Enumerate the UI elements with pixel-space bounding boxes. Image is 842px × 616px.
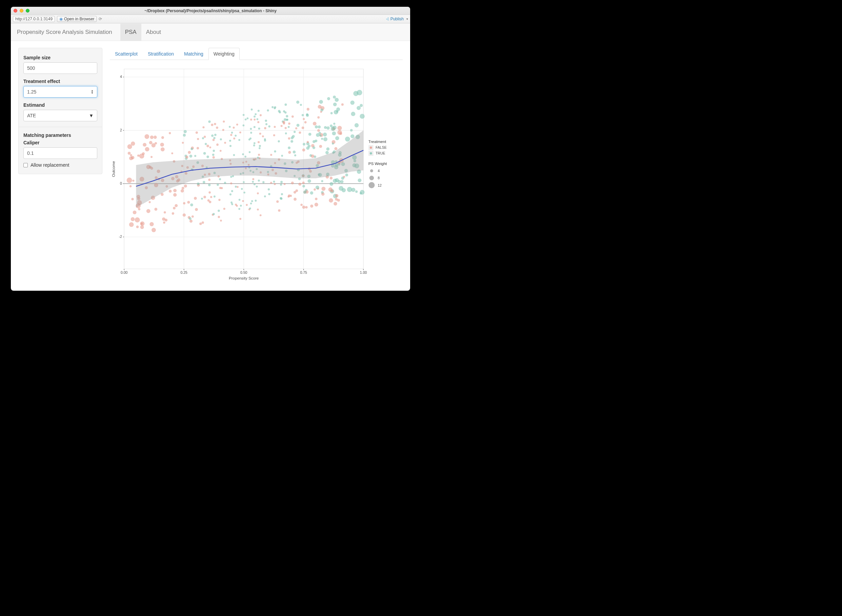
- svg-point-248: [358, 179, 361, 182]
- svg-point-486: [224, 182, 226, 184]
- svg-point-452: [351, 101, 354, 105]
- svg-point-479: [283, 122, 285, 124]
- svg-point-40: [257, 209, 259, 210]
- svg-point-412: [265, 120, 267, 122]
- tab-matching[interactable]: Matching: [179, 48, 209, 60]
- svg-point-301: [351, 135, 354, 138]
- svg-point-132: [129, 185, 132, 188]
- svg-point-275: [216, 144, 218, 146]
- svg-point-186: [147, 209, 150, 213]
- minimize-window-button[interactable]: [20, 9, 24, 13]
- svg-point-122: [250, 128, 252, 130]
- svg-point-271: [201, 198, 203, 199]
- navbar: Propensity Score Analysis Simulation PSA…: [11, 23, 410, 41]
- svg-point-476: [283, 110, 285, 113]
- publish-button[interactable]: ◦⃝ Publish ▾: [386, 17, 408, 21]
- tab-stratification[interactable]: Stratification: [143, 48, 179, 60]
- tab-scatterplot[interactable]: Scatterplot: [110, 48, 143, 60]
- svg-point-100: [197, 138, 198, 139]
- svg-point-357: [302, 206, 306, 209]
- svg-point-456: [274, 126, 276, 128]
- matching-params-label: Matching parameters: [24, 132, 97, 138]
- allow-replacement-checkbox[interactable]: Allow replacement: [24, 162, 97, 168]
- svg-point-255: [183, 202, 185, 204]
- svg-point-373: [236, 205, 238, 207]
- svg-point-200: [330, 182, 333, 186]
- svg-point-335: [334, 202, 337, 205]
- tab-weighting[interactable]: Weighting: [209, 48, 240, 60]
- svg-text:8: 8: [378, 176, 380, 180]
- svg-point-196: [145, 147, 149, 151]
- svg-point-478: [258, 141, 260, 143]
- svg-point-198: [208, 184, 210, 186]
- svg-point-134: [260, 214, 262, 216]
- sample-size-input[interactable]: 500: [24, 62, 97, 74]
- svg-point-543: [369, 182, 375, 188]
- close-window-button[interactable]: [13, 9, 17, 13]
- svg-point-69: [161, 147, 165, 151]
- estimand-select[interactable]: ATE ▼: [24, 110, 97, 121]
- svg-point-365: [335, 136, 339, 140]
- svg-point-277: [335, 194, 338, 197]
- svg-point-98: [212, 154, 214, 156]
- svg-point-460: [316, 186, 319, 189]
- svg-point-422: [149, 201, 151, 203]
- nav-item-about[interactable]: About: [141, 24, 166, 41]
- estimand-label: Estimand: [24, 102, 97, 108]
- svg-point-89: [195, 208, 198, 211]
- svg-point-519: [231, 190, 233, 192]
- svg-point-99: [326, 126, 329, 129]
- svg-point-515: [311, 154, 314, 158]
- svg-point-403: [330, 177, 332, 180]
- svg-point-494: [351, 112, 355, 116]
- svg-point-213: [231, 203, 233, 205]
- svg-point-58: [269, 125, 270, 128]
- svg-point-317: [278, 210, 280, 211]
- svg-point-504: [309, 133, 311, 135]
- svg-point-267: [254, 126, 255, 128]
- svg-point-139: [240, 205, 242, 206]
- svg-point-336: [286, 119, 288, 121]
- svg-point-242: [187, 201, 190, 203]
- number-stepper-icon[interactable]: ▲▼: [91, 89, 94, 94]
- svg-point-286: [203, 181, 205, 183]
- svg-point-337: [202, 221, 204, 224]
- svg-point-49: [231, 202, 232, 203]
- nav-item-psa[interactable]: PSA: [120, 24, 141, 41]
- svg-point-244: [213, 137, 216, 139]
- svg-point-218: [262, 135, 264, 137]
- divider: [19, 127, 102, 127]
- checkbox-icon: [24, 163, 28, 167]
- svg-point-67: [172, 213, 174, 215]
- svg-point-451: [270, 182, 272, 184]
- svg-point-536: [370, 152, 372, 154]
- svg-point-524: [336, 110, 338, 113]
- svg-point-332: [320, 111, 322, 113]
- open-in-browser-button[interactable]: ◉ Open in Browser: [57, 16, 97, 22]
- svg-point-522: [331, 127, 335, 131]
- svg-point-110: [257, 118, 258, 120]
- svg-point-516: [288, 196, 289, 198]
- svg-point-156: [313, 188, 316, 191]
- svg-point-264: [211, 124, 213, 126]
- svg-point-289: [130, 154, 132, 156]
- svg-point-489: [267, 110, 269, 111]
- svg-point-106: [307, 108, 310, 111]
- reload-icon[interactable]: ⟳: [98, 17, 102, 21]
- svg-point-269: [288, 147, 291, 149]
- svg-point-90: [229, 194, 231, 195]
- svg-point-471: [213, 139, 215, 141]
- svg-point-418: [243, 181, 245, 183]
- main-panel: Scatterplot Stratification Matching Weig…: [110, 48, 403, 287]
- svg-point-406: [291, 182, 294, 184]
- svg-point-119: [173, 207, 175, 210]
- svg-point-66: [239, 132, 241, 133]
- svg-point-181: [239, 199, 240, 201]
- svg-point-470: [149, 141, 152, 144]
- treatment-effect-input[interactable]: 1.25 ▲▼: [24, 86, 97, 98]
- caliper-input[interactable]: 0.1: [24, 147, 97, 159]
- zoom-window-button[interactable]: [26, 9, 29, 13]
- svg-point-304: [243, 125, 244, 126]
- address-field[interactable]: http://127.0.0.1:3149: [13, 16, 55, 22]
- svg-point-241: [172, 153, 173, 154]
